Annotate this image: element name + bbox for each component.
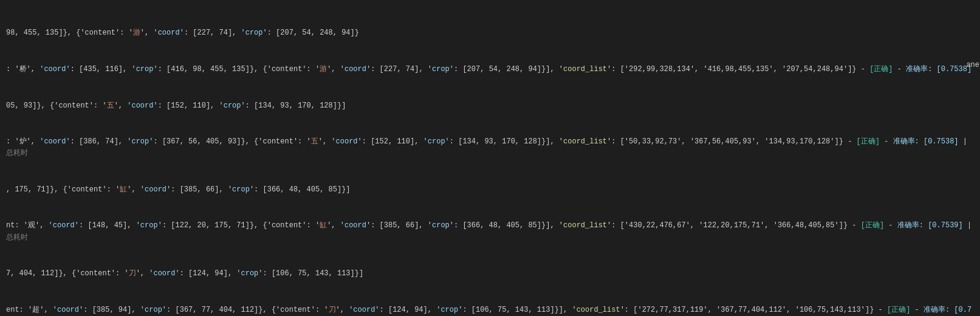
- line-7-text: 7, 404, 112]}, {'content': '刀', 'coord':…: [6, 269, 363, 278]
- line-5-text: , 175, 71]}, {'content': '缸', 'coord': […: [6, 185, 351, 194]
- line-1-text: 98, 455, 135]}, {'content': '游', 'coord'…: [6, 29, 359, 37]
- line-2-text: : '桥', 'coord': [435, 116], 'crop': [416…: [6, 65, 971, 74]
- line-2: : '桥', 'coord': [435, 116], 'crop': [416…: [6, 63, 974, 76]
- line-4: : '炉', 'coord': [386, 74], 'crop': [367,…: [6, 136, 974, 160]
- line-3: 05, 93]}, {'content': '五', 'coord': [152…: [6, 100, 974, 112]
- line-8-text: ent: '超', 'coord': [385, 94], 'crop': [3…: [6, 306, 971, 316]
- line-4-text: : '炉', 'coord': [386, 74], 'crop': [367,…: [6, 137, 971, 157]
- line-8: ent: '超', 'coord': [385, 94], 'crop': [3…: [6, 304, 974, 316]
- line-7: 7, 404, 112]}, {'content': '刀', 'coord':…: [6, 267, 974, 280]
- line-6: nt: '观', 'coord': [148, 45], 'crop': [12…: [6, 219, 974, 244]
- line-1: 98, 455, 135]}, {'content': '游', 'coord'…: [6, 27, 974, 40]
- line-6-text: nt: '观', 'coord': [148, 45], 'crop': [12…: [6, 221, 976, 241]
- corner-text: ane: [966, 60, 979, 71]
- line-5: , 175, 71]}, {'content': '缸', 'coord': […: [6, 184, 974, 196]
- line-3-text: 05, 93]}, {'content': '五', 'coord': [152…: [6, 101, 346, 110]
- terminal-output: 98, 455, 135]}, {'content': '游', 'coord'…: [0, 0, 980, 316]
